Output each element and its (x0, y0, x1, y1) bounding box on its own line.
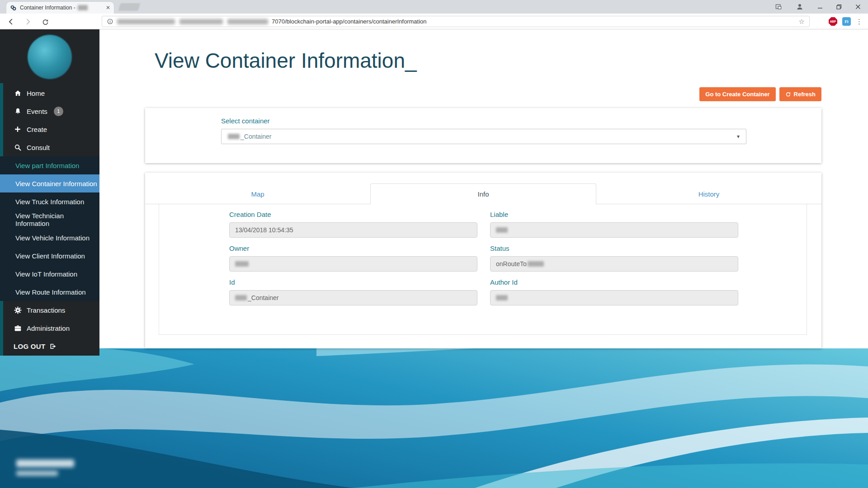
browser-tab[interactable]: Container Information - ✕ (6, 2, 114, 14)
tab-label: History (698, 190, 720, 198)
sidebar-item-view-client-information[interactable]: View Client Information (0, 247, 99, 265)
sidebar-item-label: View Client Information (15, 252, 85, 260)
bell-icon (14, 107, 22, 115)
main-content: View Container Information_ Go to Create… (99, 29, 868, 348)
tab-label: Map (251, 190, 264, 198)
sidebar-item-logout[interactable]: LOG OUT (0, 337, 99, 355)
sidebar-item-view-part-information[interactable]: View part Information (0, 156, 99, 174)
field-label: Liable (490, 211, 738, 218)
page-title: View Container Information_ (155, 48, 417, 73)
bookmark-star-icon[interactable]: ☆ (799, 18, 805, 26)
url-text: 7070/blockchain-portal-app/containers/co… (272, 18, 427, 25)
go-to-create-container-button[interactable]: Go to Create Container (699, 87, 775, 101)
field-status: Status onRouteTo (490, 244, 738, 272)
field-label: Owner (229, 244, 477, 252)
sidebar-item-label: View Route Information (15, 288, 86, 296)
select-container-panel: Select container _Container ▾ (145, 108, 821, 163)
reload-button[interactable] (40, 16, 51, 27)
sidebar-item-view-route-information[interactable]: View Route Information (0, 283, 99, 301)
tab-preview-icon[interactable] (775, 3, 782, 10)
sidebar-item-label: View IoT Information (15, 270, 77, 278)
creation-date-input: 13/04/2018 10:54:35 (229, 222, 477, 238)
app-root: Home Events 1 Create Consult (0, 29, 868, 488)
sidebar-item-label: View Technician Information (15, 212, 99, 227)
restore-button[interactable] (836, 4, 842, 9)
sidebar-item-administration[interactable]: Administration (0, 319, 99, 337)
field-liable: Liable (490, 211, 738, 238)
field-label: Id (229, 278, 477, 286)
tab-close-icon[interactable]: ✕ (106, 5, 110, 10)
new-tab-button[interactable] (118, 3, 141, 11)
owner-input (229, 256, 477, 272)
sidebar-item-label: View Truck Information (15, 198, 84, 206)
field-creation-date: Creation Date 13/04/2018 10:54:35 (229, 211, 477, 238)
field-label: Creation Date (229, 211, 477, 218)
sidebar-item-consult[interactable]: Consult (0, 138, 99, 156)
sidebar-item-label: Transactions (27, 306, 65, 314)
id-input: _Container (229, 290, 477, 305)
tab-history[interactable]: History (596, 183, 821, 204)
profile-icon[interactable] (796, 3, 804, 11)
sidebar-item-view-container-information[interactable]: View Container Information (0, 174, 99, 192)
briefcase-icon (14, 324, 22, 332)
redacted-text (496, 295, 508, 300)
sidebar-item-transactions[interactable]: Transactions (0, 301, 99, 319)
browser-menu-icon[interactable]: ⋮ (856, 18, 863, 26)
refresh-button[interactable]: Refresh (779, 87, 821, 101)
tab-strip: Map Info History (145, 173, 821, 204)
tab-map[interactable]: Map (145, 183, 370, 204)
sidebar-item-create[interactable]: Create (0, 120, 99, 138)
redacted-text (235, 295, 247, 300)
page-info-icon[interactable] (107, 18, 113, 25)
sidebar-item-label: View part Information (15, 162, 79, 169)
status-input: onRouteTo (490, 256, 738, 272)
sidebar-item-label: Administration (27, 324, 70, 332)
avatar[interactable] (28, 35, 72, 79)
field-value: 13/04/2018 10:54:35 (235, 226, 293, 234)
url-bar[interactable]: 7070/blockchain-portal-app/containers/co… (102, 16, 810, 27)
button-label: Go to Create Container (705, 91, 769, 98)
redacted-text (78, 5, 88, 10)
field-id: Id _Container (229, 278, 477, 305)
plus-icon (14, 125, 22, 133)
tab-info[interactable]: Info (370, 183, 596, 204)
minimize-button[interactable] (817, 4, 823, 9)
back-button[interactable] (5, 16, 16, 27)
sidebar-item-label: Home (27, 89, 45, 97)
refresh-icon (785, 91, 791, 97)
blockchain-favicon-icon (10, 5, 17, 11)
field-label: Author Id (490, 278, 738, 286)
redacted-text (528, 261, 544, 267)
author-id-input (490, 290, 738, 305)
chevron-down-icon: ▾ (737, 133, 740, 140)
sidebar-item-home[interactable]: Home (0, 84, 99, 102)
sidebar: Home Events 1 Create Consult (0, 29, 99, 356)
sidebar-item-view-iot-information[interactable]: View IoT Information (0, 265, 99, 283)
field-author-id: Author Id (490, 278, 738, 305)
sidebar-item-label: View Container Information (15, 180, 97, 188)
sidebar-item-view-truck-information[interactable]: View Truck Information (0, 192, 99, 211)
info-tab-content: Creation Date 13/04/2018 10:54:35 Liable… (159, 204, 807, 335)
redacted-text (496, 227, 508, 233)
redacted-text (235, 261, 249, 267)
select-container-label: Select container (221, 117, 270, 125)
consult-submenu: View part Information View Container Inf… (0, 156, 99, 301)
adblock-extension-icon[interactable]: ABP (829, 17, 837, 26)
tab-title: Container Information - (20, 5, 75, 11)
sidebar-item-view-vehicle-information[interactable]: View Vehicle Information (0, 229, 99, 247)
close-window-button[interactable] (855, 4, 861, 9)
sidebar-item-label: Events (27, 108, 47, 115)
container-select[interactable]: _Container ▾ (221, 129, 746, 144)
forward-button[interactable] (23, 16, 33, 27)
sidebar-item-events[interactable]: Events 1 (0, 102, 99, 120)
field-value: onRouteTo (496, 260, 527, 267)
select-value: _Container (241, 133, 272, 140)
sidebar-item-label: View Vehicle Information (15, 234, 90, 242)
field-value: _Container (248, 294, 279, 301)
field-label: Status (490, 244, 738, 252)
extension-icon-fi[interactable]: FI (842, 17, 851, 26)
sidebar-item-view-technician-information[interactable]: View Technician Information (0, 211, 99, 229)
logout-icon (49, 343, 57, 350)
browser-toolbar: 7070/blockchain-portal-app/containers/co… (0, 14, 868, 29)
sidebar-item-label: Create (27, 126, 47, 133)
